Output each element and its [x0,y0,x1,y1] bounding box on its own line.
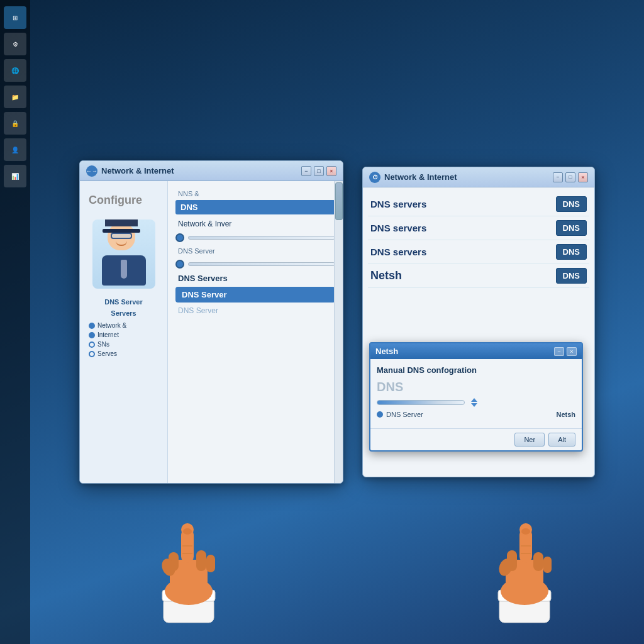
left-dialog-title: Network & Internet [101,166,174,175]
netsh-alt-button[interactable]: Alt [548,433,575,447]
right-minimize-button[interactable]: − [553,172,563,182]
left-maximize-button[interactable]: □ [314,166,324,176]
netsh-minimize-button[interactable]: − [554,347,564,356]
netsh-title: Netsh [375,347,398,356]
dns-list-row-2: DNS servers DNS [368,216,589,240]
netsh-arrow-up-icon[interactable] [471,398,477,402]
netsh-close-button[interactable]: × [567,347,577,356]
sidebar-labels: DNS Server Servers Network & Internet [86,298,161,357]
sidebar-header: Configure [86,194,161,207]
person-tie [121,260,127,279]
right-close-button[interactable]: × [578,172,588,182]
dns-highlight-row[interactable]: DNS [175,200,335,214]
slider-knob-2[interactable] [175,260,184,269]
network-label: Network & Inver [175,218,335,230]
radio-item-4[interactable]: Serves [89,350,158,357]
taskbar-icon-files[interactable]: 📁 [4,86,26,108]
left-network-dialog: ←→ Network & Internet − □ × Configure [79,160,343,484]
dns-badge-2[interactable]: DNS [556,220,587,236]
radio-dot-4 [89,351,95,357]
netsh-content: Manual DNS confogration DNS DNS Server [370,359,582,428]
right-dialog-wrapper: ⏱ Network & Internet − □ × DNS servers D… [362,167,595,477]
radio-item-3[interactable]: SNs [89,341,158,348]
netsh-radio-label: DNS Server [386,411,423,418]
spacer [175,316,335,335]
taskbar-icon-user[interactable]: 👤 [4,138,26,161]
radio-item-2[interactable]: Internet [89,331,158,338]
person-hat [105,219,138,226]
netsh-slider[interactable] [377,400,465,405]
person-head [108,223,135,250]
radio-dot-2 [89,332,95,338]
dns-row-2-label: DNS servers [370,223,426,233]
avatar-area [92,219,155,289]
radio-label-1: Network & [97,322,126,329]
taskbar-icon-network[interactable]: 🌐 [4,59,26,82]
dns-badge-4[interactable]: DNS [556,268,587,284]
dns-faded-label: DNS Server [175,305,335,316]
left-titlebar-left: ←→ Network & Internet [86,165,174,177]
netsh-arrow-down-icon[interactable] [471,403,477,407]
scrollbar-thumb[interactable] [335,182,343,220]
left-dialog-titlebar: ←→ Network & Internet − □ × [80,161,343,181]
left-minimize-button[interactable]: − [301,166,311,176]
netsh-controls: − × [554,347,577,356]
left-dialog-controls: − □ × [301,166,336,176]
desktop-area: ←→ Network & Internet − □ × Configure [30,0,644,644]
dns-row-1-label: DNS servers [370,199,426,209]
netsh-dns-label: DNS [377,380,575,394]
slider-row-1 [175,233,335,242]
left-main-panel: NNS & DNS Network & Inver DNS Server DNS… [168,181,343,483]
right-title-icon: ⏱ [369,172,380,183]
scrollbar[interactable] [334,181,343,483]
netsh-titlebar: Netsh − × [370,343,582,359]
left-dialog-sidebar: Configure [80,181,168,483]
radio-label-2: Internet [97,331,119,338]
netsh-right-label: Netsh [556,411,575,418]
dns-server-label: DNS Server [175,246,335,256]
left-dialog-content: Configure [80,181,343,483]
dns-badge-3[interactable]: DNS [556,244,587,260]
right-dialog-content: DNS servers DNS DNS servers DNS DNS serv… [363,187,594,477]
right-maximize-button[interactable]: □ [565,172,575,182]
taskbar-icon-stats[interactable]: 📊 [4,165,26,187]
netsh-radio-dot [377,411,383,418]
netsh-row-label: Netsh [370,269,402,282]
left-close-button[interactable]: × [326,166,336,176]
dns-badge-1[interactable]: DNS [556,196,587,212]
netsh-footer: Ner Alt [370,428,582,450]
person-smile [116,241,127,246]
dns-list-row-1: DNS servers DNS [368,192,589,216]
sidebar-radio-group: Network & Internet SNs Serves [89,322,158,357]
cartoon-person [96,223,152,286]
taskbar: ⊞ ⚙ 🌐 📁 🔒 👤 📊 [0,0,30,644]
netsh-ner-button[interactable]: Ner [514,433,545,447]
dns-row-3-label: DNS servers [370,247,426,257]
right-dialog-titlebar: ⏱ Network & Internet − □ × [363,167,594,187]
nss-label: NNS & [175,189,335,199]
radio-item-1[interactable]: Network & [89,322,158,329]
slider-row-2 [175,260,335,269]
left-title-icon: ←→ [86,165,97,177]
sidebar-servers-label: Servers [89,309,158,317]
slider-track-1[interactable] [188,236,335,240]
slider-track-2[interactable] [188,262,335,266]
dns-server-button[interactable]: DNS Server [175,287,335,303]
taskbar-icon-settings[interactable]: ⚙ [4,33,26,55]
netsh-heading: Manual DNS confogration [377,365,575,375]
radio-dot-3 [89,341,95,348]
netsh-slider-row [377,398,575,407]
radio-label-3: SNs [97,341,109,348]
right-titlebar-left: ⏱ Network & Internet [369,172,457,183]
right-network-dialog: ⏱ Network & Internet − □ × DNS servers D… [362,167,595,477]
netsh-dialog: Netsh − × Manual DNS confogration DNS [369,342,583,452]
taskbar-icon-windows[interactable]: ⊞ [4,6,26,29]
slider-knob-1[interactable] [175,233,184,242]
dns-list-row-3: DNS servers DNS [368,240,589,264]
person-body [102,255,146,286]
radio-label-4: Serves [97,350,117,357]
person-glasses [111,233,132,239]
right-dialog-title: Network & Internet [384,172,457,182]
netsh-arrow [471,398,477,407]
taskbar-icon-security[interactable]: 🔒 [4,112,26,135]
